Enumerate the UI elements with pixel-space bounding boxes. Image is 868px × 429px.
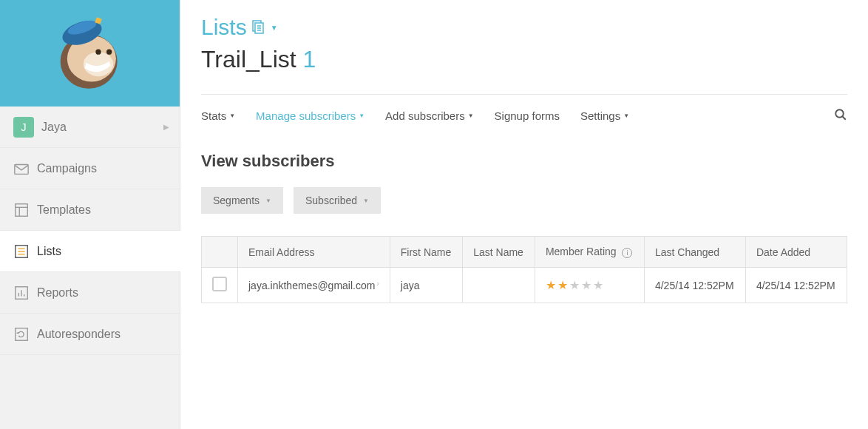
section-title: View subscribers [201, 152, 847, 171]
copy-icon [251, 19, 265, 36]
sidebar-item-label: Autoresponders [37, 328, 166, 341]
row-checkbox[interactable] [212, 277, 227, 291]
sidebar-item-label: Reports [37, 286, 166, 300]
tab-label: Add subscribers [385, 109, 465, 122]
list-tabs: Stats ▼ Manage subscribers ▼ Add subscri… [201, 95, 847, 137]
page-header: Lists ▼ Trail_List 1 [201, 0, 847, 73]
col-last[interactable]: Last Name [463, 237, 535, 268]
filter-label: Subscribed [305, 195, 357, 206]
chevron-down-icon: ▼ [265, 197, 271, 204]
info-icon[interactable]: i [622, 248, 632, 258]
svg-rect-9 [16, 203, 28, 216]
envelope-icon [13, 161, 37, 177]
refresh-icon [13, 326, 37, 342]
title-text: Trail_List [201, 46, 296, 72]
filter-label: Segments [213, 195, 260, 206]
chevron-down-icon: ▼ [468, 112, 474, 119]
cell-changed: 4/25/14 12:52PM [644, 268, 745, 303]
sidebar-item-label: Lists [37, 245, 167, 258]
svg-point-4 [106, 50, 112, 55]
table-row[interactable]: jaya.inkthemes@gmail.com › jaya ★ ★ ★ ★ … [202, 268, 847, 303]
mailchimp-logo-icon [50, 13, 131, 94]
sidebar-item-label: Templates [37, 203, 166, 217]
chevron-down-icon: ▼ [623, 112, 629, 119]
rating-stars: ★ ★ ★ ★ ★ [546, 278, 634, 292]
sidebar-item-templates[interactable]: Templates [0, 189, 180, 231]
svg-point-3 [95, 50, 101, 55]
cell-rating: ★ ★ ★ ★ ★ [535, 268, 644, 303]
title-number: 1 [303, 46, 316, 72]
svg-rect-20 [16, 328, 28, 340]
chevron-down-icon: ▼ [271, 24, 278, 32]
subscribed-dropdown[interactable]: Subscribed ▼ [294, 187, 381, 214]
cell-last [463, 268, 535, 303]
star-icon: ★ [593, 278, 603, 292]
tab-add-subscribers[interactable]: Add subscribers ▼ [385, 109, 473, 122]
sidebar-item-lists[interactable]: Lists [0, 231, 180, 272]
avatar: J [13, 117, 34, 138]
list-icon [13, 243, 37, 260]
breadcrumb[interactable]: Lists ▼ [201, 15, 847, 40]
svg-rect-8 [15, 164, 28, 174]
star-icon: ★ [546, 278, 556, 292]
col-rating[interactable]: Member Rating i [535, 237, 644, 268]
tab-manage-subscribers[interactable]: Manage subscribers ▼ [256, 109, 365, 122]
user-name: Jaya [41, 121, 163, 134]
col-changed[interactable]: Last Changed [644, 237, 745, 268]
logo-area [0, 0, 180, 107]
tab-label: Settings [580, 109, 620, 122]
page-title: Trail_List 1 [201, 46, 847, 73]
tab-stats[interactable]: Stats ▼ [201, 109, 235, 122]
segments-dropdown[interactable]: Segments ▼ [201, 187, 283, 214]
chevron-right-icon: ▶ [163, 123, 169, 131]
sidebar-item-reports[interactable]: Reports [0, 272, 180, 314]
col-email[interactable]: Email Address [238, 237, 390, 268]
cell-email[interactable]: jaya.inkthemes@gmail.com › [238, 268, 390, 303]
col-rating-label: Member Rating [546, 246, 617, 257]
email-value: jaya.inkthemes@gmail.com [248, 280, 375, 291]
tab-signup-forms[interactable]: Signup forms [495, 109, 560, 122]
tab-label: Stats [201, 109, 226, 122]
main-content: Lists ▼ Trail_List 1 Stats ▼ Manage subs… [180, 0, 868, 429]
svg-point-26 [835, 109, 844, 118]
tab-label: Signup forms [495, 109, 560, 122]
chevron-down-icon: ▼ [229, 112, 235, 119]
chevron-right-icon: › [376, 280, 379, 288]
sidebar-item-campaigns[interactable]: Campaigns [0, 148, 180, 189]
filter-bar: Segments ▼ Subscribed ▼ [201, 187, 847, 214]
search-icon[interactable] [834, 108, 847, 124]
col-added[interactable]: Date Added [745, 237, 847, 268]
sidebar: J Jaya ▶ Campaigns Templates Lists [0, 0, 180, 429]
template-icon [13, 202, 37, 218]
breadcrumb-link[interactable]: Lists [201, 15, 247, 40]
svg-line-27 [842, 116, 846, 120]
col-checkbox [202, 237, 238, 268]
tab-settings[interactable]: Settings ▼ [580, 109, 629, 122]
star-icon: ★ [581, 278, 591, 292]
sidebar-item-autoresponders[interactable]: Autoresponders [0, 314, 180, 355]
chart-icon [13, 285, 37, 301]
col-first[interactable]: First Name [390, 237, 462, 268]
row-checkbox-cell [202, 268, 238, 303]
sidebar-item-label: Campaigns [37, 162, 166, 175]
sidebar-user[interactable]: J Jaya ▶ [0, 107, 180, 148]
chevron-down-icon: ▼ [359, 112, 365, 119]
tab-label: Manage subscribers [256, 109, 356, 122]
chevron-down-icon: ▼ [363, 197, 369, 204]
star-icon: ★ [569, 278, 580, 292]
cell-first: jaya [390, 268, 462, 303]
star-icon: ★ [557, 278, 568, 292]
cell-added: 4/25/14 12:52PM [745, 268, 847, 303]
subscribers-table: Email Address First Name Last Name Membe… [201, 236, 847, 303]
